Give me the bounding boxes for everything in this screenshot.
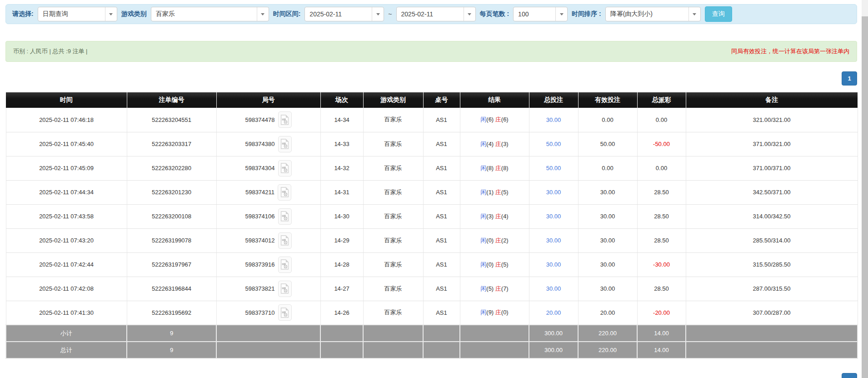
chevron-down-icon[interactable] — [372, 7, 384, 21]
cell-total-bet[interactable]: 30.00 — [529, 277, 578, 301]
cell-total-bet[interactable]: 30.00 — [529, 252, 578, 277]
date-from-select[interactable]: 2025-02-11 — [304, 7, 384, 21]
video-replay-button[interactable] — [278, 160, 292, 176]
video-file-icon — [280, 307, 289, 318]
player-result-label: 闲 — [480, 141, 486, 147]
table-row: 2025-02-11 07:42:08522263196844598373821… — [6, 277, 858, 301]
chevron-down-icon[interactable] — [688, 7, 700, 21]
video-replay-button[interactable] — [278, 184, 291, 201]
chevron-down-icon[interactable] — [464, 7, 475, 21]
cell-table-no: AS1 — [423, 156, 460, 180]
cell-table-no: AS1 — [423, 132, 460, 156]
round-id-value: 598374304 — [245, 165, 274, 171]
summary-empty-cell — [686, 325, 858, 342]
cell-game-type: 百家乐 — [363, 204, 423, 228]
cell-bet-id: 522263196844 — [127, 277, 216, 301]
video-file-icon — [280, 187, 289, 197]
cell-game-type: 百家乐 — [363, 132, 423, 156]
vertical-scrollbar-track[interactable] — [862, 0, 868, 378]
cell-total-bet[interactable]: 20.00 — [529, 301, 578, 325]
video-replay-button[interactable] — [278, 111, 292, 128]
cell-table-no: AS1 — [423, 180, 460, 204]
page-1-button[interactable]: 1 — [842, 71, 857, 86]
cell-total-bet[interactable]: 30.00 — [529, 228, 578, 252]
cell-table-no: AS1 — [423, 277, 460, 301]
date-to-select[interactable]: 2025-02-11 — [396, 7, 476, 21]
time-sort-select[interactable]: 降幂(由大到小) — [605, 7, 701, 21]
cell-round-id: 598374211 — [216, 180, 320, 204]
cell-round-id: 598374012 — [216, 228, 320, 252]
cell-payout: 28.50 — [637, 180, 686, 204]
banker-result-label: 庄 — [495, 309, 501, 316]
round-id-wrap: 598374106 — [245, 208, 291, 225]
column-header: 总投注 — [529, 92, 578, 108]
cell-bet-id: 522263201230 — [127, 180, 216, 204]
column-header: 注单编号 — [127, 92, 216, 108]
cell-total-bet[interactable]: 30.00 — [529, 108, 578, 132]
chevron-down-icon[interactable] — [555, 7, 567, 21]
chevron-down-icon[interactable] — [105, 7, 117, 21]
cell-time: 2025-02-11 07:41:30 — [6, 301, 127, 325]
banker-result-score: (6) — [501, 116, 509, 123]
summary-empty-cell — [216, 325, 320, 342]
video-replay-button[interactable] — [278, 208, 292, 225]
cell-game-type: 百家乐 — [363, 108, 423, 132]
cell-note: 314.00/342.50 — [686, 204, 858, 228]
cell-note: 285.50/314.00 — [686, 228, 858, 252]
summary-count: 9 — [127, 325, 216, 342]
video-file-icon — [280, 163, 289, 173]
player-result-score: (9) — [486, 309, 495, 316]
player-result-score: (6) — [486, 116, 495, 123]
video-replay-button[interactable] — [278, 304, 292, 321]
cell-total-bet[interactable]: 50.00 — [529, 156, 578, 180]
cell-time: 2025-02-11 07:45:09 — [6, 156, 127, 180]
cell-total-bet[interactable]: 30.00 — [529, 204, 578, 228]
cell-result: 闲(3) 庄(4) — [460, 204, 529, 228]
round-id-wrap: 598374304 — [245, 160, 291, 176]
player-result-score: (8) — [486, 165, 495, 171]
page-1-button-bottom[interactable]: 1 — [842, 373, 857, 378]
player-result-label: 闲 — [480, 237, 486, 244]
cell-session: 14-32 — [320, 156, 363, 180]
column-header: 局号 — [216, 92, 320, 108]
cell-note: 371.00/321.00 — [686, 132, 858, 156]
cell-table-no: AS1 — [423, 108, 460, 132]
table-row: 2025-02-11 07:46:18522263204551598374478… — [6, 108, 858, 132]
video-replay-button[interactable] — [278, 232, 292, 249]
chevron-down-icon[interactable] — [257, 7, 269, 21]
summary-payout: 14.00 — [637, 325, 686, 342]
summary-total-bet: 300.00 — [529, 325, 578, 342]
player-result-score: (5) — [486, 285, 495, 292]
query-type-select[interactable]: 日期查询 — [38, 7, 117, 21]
game-type-value: 百家乐 — [151, 10, 257, 18]
video-replay-button[interactable] — [278, 281, 292, 297]
round-id-wrap: 598374211 — [245, 184, 291, 201]
summary-empty-cell — [460, 342, 529, 358]
cell-result: 闲(1) 庄(5) — [460, 180, 529, 204]
page-size-select[interactable]: 100 — [513, 7, 568, 21]
search-button[interactable]: 查询 — [705, 6, 732, 22]
table-row: 2025-02-11 07:41:30522263195692598373710… — [6, 301, 858, 325]
column-header: 结果 — [460, 92, 529, 108]
summary-empty-cell — [423, 325, 460, 342]
summary-empty-cell — [216, 342, 320, 358]
cell-session: 14-34 — [320, 108, 363, 132]
summary-total-bet: 300.00 — [529, 342, 578, 358]
cell-round-id: 598374380 — [216, 132, 320, 156]
cell-total-bet[interactable]: 50.00 — [529, 132, 578, 156]
cell-total-bet[interactable]: 30.00 — [529, 180, 578, 204]
player-result-label: 闲 — [480, 285, 486, 292]
vertical-scrollbar-thumb[interactable] — [862, 16, 868, 378]
summary-valid-bet: 220.00 — [578, 325, 637, 342]
player-result-score: (1) — [486, 189, 495, 196]
game-type-select[interactable]: 百家乐 — [151, 7, 269, 21]
range-separator: ~ — [388, 10, 392, 18]
cell-time: 2025-02-11 07:44:34 — [6, 180, 127, 204]
cell-game-type: 百家乐 — [363, 301, 423, 325]
banker-result-score: (5) — [501, 261, 509, 268]
column-header: 场次 — [320, 92, 363, 108]
round-id-wrap: 598373916 — [245, 257, 291, 273]
video-replay-button[interactable] — [278, 257, 292, 273]
video-replay-button[interactable] — [278, 136, 292, 152]
cell-payout: 0.00 — [637, 156, 686, 180]
